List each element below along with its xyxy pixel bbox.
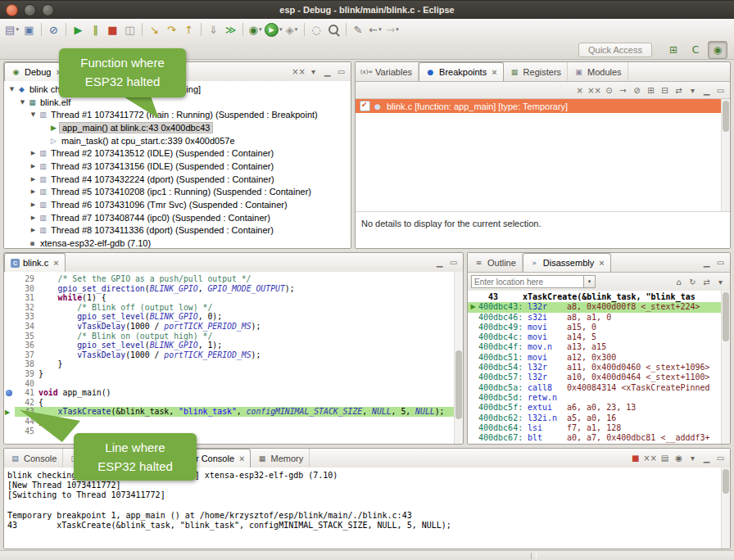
minimize-view-button[interactable]: ▁ <box>700 256 713 269</box>
tab-modules[interactable]: ▣Modules <box>568 62 628 81</box>
tree-row[interactable]: ▷main_task() at cpu_start.c:339 0x400d05… <box>4 134 351 147</box>
window-maximize-button[interactable] <box>42 4 54 16</box>
expand-all-button[interactable]: ⊞ <box>645 84 657 97</box>
new-wizard-button[interactable]: ▤▾ <box>4 21 20 38</box>
resume-button[interactable]: ▶ <box>70 21 86 38</box>
console-scrollbar[interactable] <box>721 467 730 549</box>
disassembly-line[interactable]: 400dbc5a:call80x40084314 <xTaskCreatePin… <box>468 383 722 393</box>
editor-line[interactable]: ▶43 xTaskCreate(&blink_task, "blink_task… <box>4 407 455 417</box>
window-close-button[interactable] <box>6 4 18 16</box>
editor-line[interactable]: 35 /* Blink on (output high) */ <box>4 332 455 341</box>
view-menu-button[interactable]: ▾ <box>714 276 727 288</box>
tab-blink-c[interactable]: Cblink.c× <box>4 253 66 272</box>
expand-arrow-icon[interactable]: ▼ <box>29 111 38 118</box>
status-resize-handle[interactable] <box>531 553 537 559</box>
tree-row[interactable]: ▪xtensa-esp32-elf-gdb (7.10) <box>4 237 351 248</box>
expand-arrow-icon[interactable]: ▶ <box>29 201 38 208</box>
editor-line[interactable]: 29 /* Set the GPIO as a push/pull output… <box>4 274 455 284</box>
expand-arrow-icon[interactable]: ▶ <box>29 215 38 221</box>
code-editor[interactable]: 29 /* Set the GPIO as a push/pull output… <box>4 272 455 444</box>
close-tab-icon[interactable]: × <box>53 258 58 268</box>
debug-perspective-button[interactable]: ◉ <box>708 41 727 59</box>
remove-breakpoint-button[interactable]: × <box>573 84 586 97</box>
window-titlebar[interactable]: esp - Debug - blink/main/blink.c - Eclip… <box>0 1 734 19</box>
tab-breakpoints[interactable]: ●Breakpoints× <box>419 62 504 81</box>
expand-arrow-icon[interactable]: ▼ <box>18 99 27 106</box>
open-console-menu-button[interactable]: ▾ <box>686 452 699 464</box>
disassembly-line[interactable]: 400dbc49:movia15, 0 <box>468 323 722 332</box>
editor-line[interactable]: 31 while(1) { <box>4 293 455 303</box>
breakpoint-row[interactable]: blink.c [function: app_main] [type: Temp… <box>356 99 730 113</box>
editor-line[interactable]: 37 vTaskDelay(1000 / portTICK_PERIOD_MS)… <box>4 350 455 360</box>
minimize-view-button[interactable]: ▁ <box>321 65 333 78</box>
instruction-stepping-button[interactable]: ≫ <box>223 21 238 38</box>
sync-selection-button[interactable]: ⇄ <box>700 276 713 288</box>
disassembly-line[interactable]: 400dbc4f:mov.na13, a15 <box>468 342 722 352</box>
close-tab-icon[interactable]: × <box>239 454 244 463</box>
skip-all-breakpoints-button[interactable]: ⊘ <box>631 84 643 97</box>
home-button[interactable]: ⌂ <box>673 276 685 288</box>
disassembly-line[interactable]: 400dbc62:l32i.na5, a0, 16 <box>468 413 722 423</box>
tree-row[interactable]: ▶▥Thread #4 1073432224 (dport) (Suspende… <box>4 173 351 186</box>
disassembly-line[interactable]: 400dbc57:l32ra10, 0x400d0464 <_stext+110… <box>468 373 722 382</box>
location-dropdown-icon[interactable]: ▾ <box>584 275 596 288</box>
tree-row[interactable]: ▼▥Thread #1 1073411772 (main : Running) … <box>4 108 351 121</box>
step-over-button[interactable]: ↷ <box>164 21 179 38</box>
run-button[interactable]: ▶▾ <box>265 21 283 38</box>
tab-memory[interactable]: ▦Memory <box>251 449 310 467</box>
disassembly-line[interactable]: 400dbc46:s32ia8, a1, 0 <box>468 313 722 323</box>
tab-disassembly[interactable]: »Disassembly× <box>523 253 611 272</box>
cpp-perspective-button[interactable]: C <box>686 41 705 59</box>
maximize-view-button[interactable]: ▭ <box>714 256 727 269</box>
save-button[interactable]: ▣ <box>21 21 37 38</box>
disassembly-line[interactable]: 400dbc4c:movia14, 5 <box>468 332 722 342</box>
skip-all-breakpoints-button[interactable]: ⊘ <box>46 21 61 38</box>
disassembly-line[interactable]: 400dbc51:movia12, 0x300 <box>468 353 722 363</box>
editor-line[interactable]: 32 /* Blink off (output low) */ <box>4 303 455 313</box>
expand-arrow-icon[interactable]: ▶ <box>29 150 38 156</box>
disassembly-line[interactable]: 400dbc6a:bnonea0, a1, 0x400dbc8b <__addd… <box>468 443 722 444</box>
search-button[interactable] <box>326 21 342 38</box>
disassembly-line[interactable]: 400dbc54:l32ra11, 0x400d0460 <_stext+109… <box>468 363 722 373</box>
editor-line[interactable]: 42{ <box>4 398 455 408</box>
tree-row[interactable]: ▶▥Thread #5 1073410208 (ipc1 : Running) … <box>4 186 351 199</box>
editor-line[interactable]: 38 } <box>4 359 455 369</box>
drop-to-frame-button[interactable]: ⇓ <box>206 21 221 38</box>
editor-line[interactable]: 40 <box>4 379 455 389</box>
location-input[interactable] <box>471 275 584 288</box>
minimize-view-button[interactable]: ▁ <box>700 452 713 464</box>
tree-row[interactable]: ▶▥Thread #3 1073413156 (IDLE) (Suspended… <box>4 160 351 173</box>
forward-button[interactable]: →▾ <box>385 21 401 38</box>
debug-button[interactable]: ◉▾ <box>247 21 263 38</box>
disassembly-line[interactable]: 400dbc5d:retw.n <box>468 393 722 403</box>
close-tab-icon[interactable]: × <box>492 67 496 77</box>
disassembly-line[interactable]: ▶400dbc43:l32ra8, 0x400d00f8 <_stext+224… <box>468 302 722 312</box>
remove-all-breakpoints-button[interactable]: ×× <box>587 84 601 97</box>
tree-row[interactable]: ▶▥Thread #8 1073411336 (dport) (Suspende… <box>4 224 351 237</box>
tab-outline[interactable]: ≡Outline <box>468 253 523 272</box>
expand-arrow-icon[interactable]: ▶ <box>29 227 38 233</box>
terminate-button[interactable]: ■ <box>105 21 120 38</box>
terminate-button[interactable]: ■ <box>629 452 641 464</box>
expand-arrow-icon[interactable]: ▶ <box>29 176 38 183</box>
maximize-view-button[interactable]: ▭ <box>714 84 727 97</box>
maximize-view-button[interactable]: ▭ <box>447 256 460 269</box>
remove-all-terminated-button[interactable]: ×× <box>292 65 306 78</box>
breakpoint-checkbox[interactable] <box>360 101 370 111</box>
open-element-button[interactable]: ◌ <box>309 21 324 38</box>
suspend-button[interactable]: ‖ <box>88 21 103 38</box>
editor-line[interactable]: 36 gpio_set_level(BLINK_GPIO, 1); <box>4 341 455 350</box>
editor-line[interactable]: 41void app_main() <box>4 388 455 398</box>
minimize-view-button[interactable]: ▁ <box>700 84 713 97</box>
quick-access-button[interactable]: Quick Access <box>578 43 652 57</box>
open-perspective-button[interactable]: ⊞ <box>664 41 683 59</box>
disassembly-line[interactable]: 400dbc64:lsif7, a1, 128 <box>468 423 722 433</box>
last-edit-location-button[interactable]: ✎ <box>351 21 366 38</box>
step-into-button[interactable]: ↘ <box>147 21 162 38</box>
disassembly-scrollbar[interactable] <box>721 291 730 444</box>
pin-console-button[interactable]: ◉ <box>673 452 685 464</box>
editor-line[interactable]: 39} <box>4 369 455 379</box>
maximize-view-button[interactable]: ▭ <box>335 65 347 78</box>
tree-row[interactable]: ▶▥Thread #2 1073413512 (IDLE) (Suspended… <box>4 147 351 160</box>
disassembly-line[interactable]: 400dbc5f:extuia6, a0, 23, 13 <box>468 403 722 413</box>
